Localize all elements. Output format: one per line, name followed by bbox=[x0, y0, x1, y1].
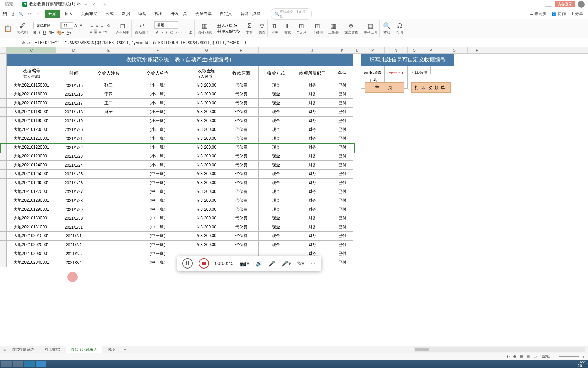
tab-start[interactable]: 开始 bbox=[45, 10, 60, 18]
cell-reason[interactable]: 代伙费 bbox=[224, 99, 259, 108]
cell-payer-name[interactable] bbox=[91, 187, 126, 196]
cell-amount[interactable]: ￥3,200.00 bbox=[189, 125, 224, 134]
filter-button[interactable]: ▽筛选 bbox=[257, 20, 268, 37]
zoom-slider[interactable] bbox=[559, 356, 579, 357]
cell-method[interactable]: 现金 bbox=[259, 134, 293, 143]
cell-dept[interactable]: 财务 bbox=[293, 81, 331, 90]
cell-reason[interactable]: 代伙费 bbox=[224, 170, 259, 179]
align-center-icon[interactable]: ≡ bbox=[94, 29, 97, 34]
cell-dept[interactable]: 财务 bbox=[293, 196, 331, 205]
cell-remark[interactable]: 已付 bbox=[331, 125, 353, 134]
window-counter[interactable]: 1 bbox=[545, 2, 552, 7]
cell-receipt-no[interactable]: 大地202101270001 bbox=[7, 187, 56, 196]
task-wps[interactable] bbox=[24, 361, 35, 367]
cell-reason[interactable]: 代伙费 bbox=[224, 125, 259, 134]
cell-payer-unit[interactable]: （中一班） bbox=[126, 187, 189, 196]
cell-reason[interactable]: 代伙费 bbox=[224, 241, 259, 249]
cell-receipt-no[interactable]: 大地202101260001 bbox=[7, 179, 56, 187]
row-header[interactable] bbox=[0, 241, 7, 249]
hdr-payer-unit[interactable]: 交款人单位 bbox=[126, 66, 189, 81]
cell-receipt-no[interactable]: 大地202102040001 bbox=[7, 258, 56, 267]
cell-receipt-no[interactable]: 大地202101280001 bbox=[7, 196, 56, 205]
cell-time[interactable]: 2021/1/23 bbox=[56, 152, 91, 161]
cell-remark[interactable]: 已付 bbox=[331, 117, 353, 125]
col-I[interactable]: I bbox=[259, 47, 293, 53]
new-tab-button[interactable]: + bbox=[100, 1, 110, 7]
cell-payer-name[interactable] bbox=[91, 241, 126, 249]
cell-method[interactable]: 现金 bbox=[259, 108, 293, 117]
hdr-time[interactable]: 时间 bbox=[56, 66, 91, 81]
cell-receipt-no[interactable]: 大地202101180001 bbox=[7, 108, 56, 117]
cell-receipt-no[interactable]: 大地202101250001 bbox=[7, 170, 56, 179]
cell-time[interactable]: 2021/1/18 bbox=[56, 108, 91, 117]
table-style-button[interactable]: ▦ 表格样式▾ bbox=[217, 24, 237, 28]
row-header[interactable] bbox=[0, 232, 7, 241]
hdr-reason[interactable]: 收款原因 bbox=[224, 66, 259, 81]
cell-remark[interactable]: 已付 bbox=[331, 214, 353, 223]
cell-amount[interactable]: ￥3,200.00 bbox=[189, 99, 224, 108]
tab-insert[interactable]: 插入 bbox=[61, 10, 76, 18]
percent-icon[interactable]: % bbox=[161, 30, 164, 35]
fill-button[interactable]: ⬇填充 bbox=[282, 20, 293, 37]
cell-payer-unit[interactable]: （中一班） bbox=[126, 205, 189, 214]
close-icon[interactable]: × bbox=[92, 2, 95, 7]
cell-time[interactable]: 2021/1/24 bbox=[56, 161, 91, 170]
hdr-dept[interactable]: 款项所属部门 bbox=[293, 66, 331, 81]
select-all-corner[interactable] bbox=[0, 47, 7, 53]
zoom-icon[interactable]: ⊕ bbox=[22, 40, 25, 45]
cell-amount[interactable]: ￥3,200.00 bbox=[189, 241, 224, 249]
worksheet-button[interactable]: ▦工作表 bbox=[326, 20, 341, 37]
cell-remark[interactable]: 已付 bbox=[331, 232, 353, 241]
cell-remark[interactable]: 已付 bbox=[331, 81, 353, 90]
cell-reason[interactable]: 代伙费 bbox=[224, 223, 259, 232]
cell-payer-name[interactable]: 麻子 bbox=[91, 108, 126, 117]
col-G[interactable]: G bbox=[189, 47, 224, 53]
cell-dept[interactable]: 财务 bbox=[293, 241, 331, 249]
align-right-icon[interactable]: ≡ bbox=[99, 29, 101, 34]
cell-remark[interactable]: 已付 bbox=[331, 187, 353, 196]
cell-amount[interactable]: ￥3,200.00 bbox=[189, 223, 224, 232]
view-normal-icon[interactable]: ▦ bbox=[520, 354, 523, 359]
cell-time[interactable]: 2021/1/20 bbox=[56, 125, 91, 134]
cell-payer-unit[interactable]: （小一班） bbox=[126, 117, 189, 125]
cell-remark[interactable]: 已付 bbox=[331, 196, 353, 205]
cell-remark[interactable]: 已付 bbox=[331, 134, 353, 143]
cell-dept[interactable]: 财务 bbox=[293, 214, 331, 223]
align-top-icon[interactable]: ⫠ bbox=[90, 23, 94, 28]
col-K[interactable]: K bbox=[331, 47, 353, 53]
login-button[interactable]: 访客登录 bbox=[555, 1, 575, 7]
cell-amount[interactable]: ￥3,200.00 bbox=[189, 196, 224, 205]
cell-receipt-no[interactable]: 大地202101210001 bbox=[7, 134, 56, 143]
increase-font-icon[interactable]: A⁺ bbox=[74, 23, 79, 28]
cell-reason[interactable]: 代伙费 bbox=[224, 108, 259, 117]
cell-method[interactable]: 现金 bbox=[259, 187, 293, 196]
cell-dept[interactable]: 财务 bbox=[293, 223, 331, 232]
sheet-area[interactable]: 收款流水账记录统计表（自动产生收据编号） 填写此处信息可自定义收据编号 收据编号… bbox=[0, 54, 588, 267]
cell-time[interactable]: 2021/1/21 bbox=[56, 134, 91, 143]
cell-method[interactable]: 现金 bbox=[259, 205, 293, 214]
row-header[interactable] bbox=[0, 223, 7, 232]
cell-method[interactable]: 现金 bbox=[259, 117, 293, 125]
cell-time[interactable]: 2021/1/30 bbox=[56, 214, 91, 223]
cell-reason[interactable]: 代伙费 bbox=[224, 134, 259, 143]
cell-dept[interactable]: 财务 bbox=[293, 117, 331, 125]
col-J[interactable]: J bbox=[293, 47, 331, 53]
cell-remark[interactable]: 已付 bbox=[331, 205, 353, 214]
table-title[interactable]: 收款流水账记录统计表（自动产生收据编号） bbox=[7, 54, 353, 66]
cell-amount[interactable]: ￥3,200.00 bbox=[189, 81, 224, 90]
row-header[interactable] bbox=[0, 134, 7, 143]
tab-formula[interactable]: 公式 bbox=[102, 10, 117, 18]
cell-time[interactable]: 2021/1/16 bbox=[56, 90, 91, 99]
system-tray[interactable]: 16:2 20 bbox=[576, 360, 587, 368]
cell-payer-name[interactable] bbox=[91, 249, 126, 258]
format-painter[interactable]: 🖌格式刷 bbox=[15, 20, 30, 37]
cell-receipt-no[interactable]: 大地202101230001 bbox=[7, 152, 56, 161]
redo-icon[interactable]: ↷ bbox=[34, 11, 41, 17]
col-R[interactable]: R bbox=[468, 47, 487, 53]
cond-format-button[interactable]: ▦条件格式 bbox=[196, 20, 214, 37]
cell-method[interactable]: 现金 bbox=[259, 179, 293, 187]
sheet-tab-3[interactable]: 收款流水账录入 bbox=[66, 346, 102, 353]
underline-icon[interactable]: U bbox=[43, 30, 46, 35]
cell-payer-unit[interactable]: （小一班） bbox=[126, 81, 189, 90]
row-header[interactable] bbox=[0, 214, 7, 223]
